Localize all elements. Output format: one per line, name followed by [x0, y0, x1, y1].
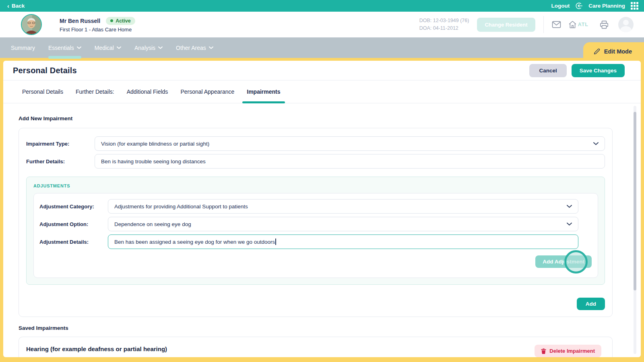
header-divider: [543, 16, 544, 33]
saved-impairment-title: Hearing (for example deafness or partial…: [26, 346, 605, 352]
chevron-down-icon: [209, 46, 213, 49]
user-avatar[interactable]: [618, 17, 634, 32]
adjustment-option-label: Adjustment Option:: [39, 221, 108, 227]
edit-mode-frame: Personal Details Cancel Save Changes Per…: [0, 58, 644, 362]
impairment-type-label: Impairment Type:: [26, 141, 95, 147]
chevron-down-icon: [77, 46, 81, 49]
chevron-down-icon: [567, 222, 572, 226]
adjustment-option-select[interactable]: Dependence on seeing eye dog: [108, 217, 578, 231]
nav-medical[interactable]: Medical: [95, 39, 121, 57]
further-details-label: Further Details:: [26, 158, 95, 165]
chevron-left-icon: ‹: [7, 3, 9, 9]
new-impairment-card: Impairment Type: Vision (for example bli…: [19, 128, 613, 317]
chevron-down-icon: [117, 46, 121, 49]
add-impairment-button[interactable]: Add: [577, 298, 605, 310]
logout-icon[interactable]: [575, 2, 583, 10]
add-adjustment-button[interactable]: Add Adjustment: [535, 255, 592, 268]
nav-essentials[interactable]: Essentials: [48, 39, 81, 57]
dob-text: DOB: 12-03-1949 (76): [419, 17, 469, 25]
resident-location: First Floor 1 - Atlas Care Home: [60, 27, 135, 33]
nav-summary[interactable]: Summary: [11, 39, 35, 57]
tab-further-details[interactable]: Further Details:: [75, 80, 115, 103]
tab-additional-fields[interactable]: Additional Fields: [126, 80, 169, 103]
adjustment-details-input[interactable]: Ben has been assigned a seeing eye dog f…: [108, 234, 578, 249]
add-new-impairment-heading: Add New Impairment: [19, 115, 613, 121]
impairment-type-select[interactable]: Vision (for example blindness or partial…: [95, 136, 605, 151]
top-bar: ‹ Back Logout Care Planning: [0, 0, 644, 12]
details-tabs: Personal Details Further Details: Additi…: [3, 80, 641, 103]
care-home-button[interactable]: ATL: [568, 21, 588, 29]
pencil-icon: [594, 48, 600, 55]
adjustment-category-select[interactable]: Adjustments for providing Additional Sup…: [108, 199, 578, 214]
main-nav: Summary Essentials Medical Analysis Othe…: [0, 37, 644, 58]
delete-impairment-button[interactable]: Delete Impairment: [535, 345, 601, 357]
personal-details-panel: Personal Details Cancel Save Changes Per…: [3, 61, 641, 357]
nav-other-areas[interactable]: Other Areas: [176, 39, 213, 57]
nav-analysis[interactable]: Analysis: [134, 39, 163, 57]
page-title: Personal Details: [13, 66, 77, 75]
status-dot-icon: [110, 19, 113, 22]
tab-content: Add New Impairment Impairment Type: Visi…: [3, 103, 641, 357]
mail-icon[interactable]: [552, 21, 561, 28]
back-button[interactable]: ‹ Back: [7, 3, 25, 9]
adjustments-section: ADJUSTMENTS Adjustment Category: Adjustm…: [26, 177, 605, 285]
app-name: Care Planning: [588, 3, 625, 9]
resident-name: Mr Ben Russell: [60, 18, 100, 24]
home-icon: [568, 21, 577, 29]
save-changes-button[interactable]: Save Changes: [572, 64, 625, 77]
cancel-button[interactable]: Cancel: [529, 64, 566, 77]
status-label: Active: [116, 18, 131, 24]
tab-impairments[interactable]: Impairments: [246, 80, 281, 103]
adjustment-details-label: Adjustment Details:: [39, 239, 108, 245]
text-caret: [275, 239, 276, 245]
home-code-label: ATL: [578, 22, 588, 27]
further-details-input[interactable]: Ben is having trouble seeing long distan…: [95, 154, 605, 169]
resident-photo: [21, 14, 42, 35]
print-icon[interactable]: [600, 21, 609, 29]
chevron-down-icon: [567, 205, 572, 208]
apps-grid-icon[interactable]: [631, 2, 638, 10]
resident-dates: DOB: 12-03-1949 (76) DOA: 04-11-2012: [419, 17, 469, 33]
change-resident-button[interactable]: Change Resident: [477, 18, 535, 32]
back-label: Back: [12, 3, 25, 9]
panel-header: Personal Details Cancel Save Changes: [3, 61, 641, 80]
saved-impairments-heading: Saved Impairments: [19, 325, 613, 331]
saved-impairment-details: Ben has poor hearing: [26, 356, 605, 357]
scrollbar-thumb[interactable]: [634, 112, 636, 290]
adjustment-category-label: Adjustment Category:: [39, 204, 108, 210]
status-badge: Active: [106, 17, 135, 25]
doa-text: DOA: 04-11-2012: [419, 25, 469, 32]
resident-header: Mr Ben Russell Active First Floor 1 - At…: [0, 12, 644, 37]
chevron-down-icon: [593, 142, 599, 145]
logout-button[interactable]: Logout: [551, 3, 570, 9]
chevron-down-icon: [158, 46, 163, 49]
adjustment-form-card: Adjustment Category: Adjustments for pro…: [33, 193, 598, 278]
saved-impairment-card: Hearing (for example deafness or partial…: [19, 337, 613, 357]
tab-personal-details[interactable]: Personal Details: [21, 80, 64, 103]
tab-personal-appearance[interactable]: Personal Appearance: [180, 80, 235, 103]
edit-mode-tab[interactable]: Edit Mode: [583, 42, 644, 61]
edit-mode-label: Edit Mode: [604, 48, 632, 55]
trash-icon: [541, 348, 546, 354]
adjustments-heading: ADJUSTMENTS: [33, 183, 598, 188]
